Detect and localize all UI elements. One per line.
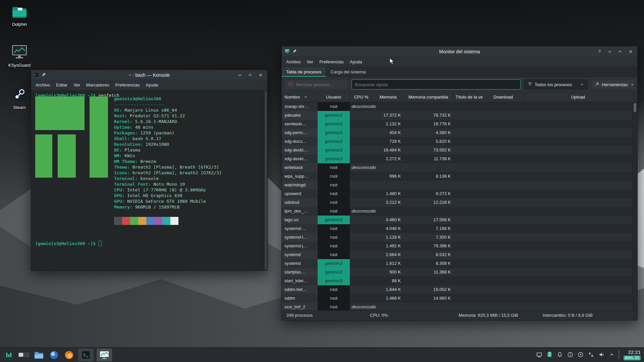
process-row[interactable]: systemd-l… root 1.128 K 7.300 K <box>282 233 633 242</box>
notifications-bell-icon[interactable] <box>557 352 563 358</box>
process-table-scrollbar[interactable] <box>632 102 637 310</box>
process-row[interactable]: xdg-deskt… geminis3 2.272 K 11.736 K <box>282 155 633 163</box>
application-launcher-button[interactable] <box>3 349 15 361</box>
network-icon[interactable] <box>588 352 594 358</box>
pin-icon[interactable] <box>292 49 297 54</box>
column-header[interactable]: Memoria compartida <box>404 92 453 102</box>
column-header[interactable]: Download <box>483 92 524 102</box>
sysmon-menu-item[interactable]: Ver <box>304 57 316 67</box>
process-row[interactable]: systemd-j… root 1.492 K 79.396 K <box>282 242 633 250</box>
sysmon-menu-item[interactable]: Ayuda <box>347 57 365 67</box>
process-row[interactable]: wpa_supp… root 996 K 8.136 K <box>282 172 633 181</box>
minimize-icon[interactable] <box>237 72 243 78</box>
neofetch-line: Resolution: 644x362 <box>114 141 222 147</box>
neofetch-line: Packages: 1259 (pacman) <box>114 130 222 136</box>
desktop-icon-dolphin[interactable]: Dolphin <box>5 5 34 27</box>
process-window-title <box>453 102 483 111</box>
konsole-menu-item[interactable]: Marcadores <box>83 80 112 90</box>
process-row[interactable]: udisksd root 3.212 K 12.216 K <box>282 198 633 207</box>
konsole-task-button[interactable] <box>78 349 94 361</box>
process-user: geminis3 <box>318 216 350 224</box>
column-header[interactable]: Upload <box>524 92 633 102</box>
process-shared-memory <box>404 181 453 189</box>
kill-process-button[interactable]: Terminar proceso... <box>284 79 348 89</box>
process-row[interactable]: xdg-deskt… geminis3 16.484 K 73.592 K <box>282 146 633 155</box>
keyboard-indicator-icon[interactable] <box>578 352 584 358</box>
process-row[interactable]: xdg-perm… geminis3 404 K 4.380 K <box>282 128 633 137</box>
close-icon[interactable] <box>258 72 263 78</box>
process-window-title <box>453 268 483 277</box>
process-user: geminis3 <box>318 277 350 285</box>
process-row[interactable]: start_kdei… geminis3 88 K <box>282 277 633 285</box>
process-download <box>483 268 524 277</box>
konsole-menu-item[interactable]: Ver <box>70 80 83 90</box>
chevron-down-icon <box>630 82 634 86</box>
konsole-menu-item[interactable]: Ayuda <box>143 80 161 90</box>
maximize-icon[interactable] <box>248 72 253 78</box>
column-header[interactable]: Título de la ventana <box>453 92 483 102</box>
konsole-menu-item[interactable]: Preferencias <box>112 80 143 90</box>
process-row[interactable]: systemd-… root 4.048 K 7.188 K <box>282 224 633 233</box>
display-settings-icon[interactable] <box>536 352 542 358</box>
close-icon[interactable] <box>628 49 633 54</box>
process-window-title <box>453 181 483 189</box>
sysmon-menu-item[interactable]: Preferencias <box>316 57 347 67</box>
konsole-menu-item[interactable]: Archivo <box>33 80 53 90</box>
digital-clock[interactable]: 22:21 dom. 21 <box>624 349 641 360</box>
ksysguard-monitor-icon <box>11 44 28 61</box>
process-row[interactable]: startplas… geminis3 900 K 11.368 K <box>282 268 633 277</box>
process-download <box>483 303 524 310</box>
process-upload <box>524 120 633 128</box>
process-row[interactable]: upowerd root 1.480 K 8.272 K <box>282 189 633 198</box>
process-row[interactable]: scsi_tmf_2 root desconocido <box>282 303 633 310</box>
help-icon[interactable]: ? <box>597 49 602 54</box>
process-row[interactable]: systemd geminis3 1.812 K 8.308 K <box>282 259 633 268</box>
process-user: root <box>318 207 350 216</box>
column-header[interactable]: Nombre <box>282 92 318 102</box>
search-input[interactable] <box>352 79 521 89</box>
firefox-icon[interactable] <box>63 349 75 361</box>
column-header[interactable]: CPU % <box>350 92 373 102</box>
sysmon-tab[interactable]: Carga del sistema <box>326 67 371 77</box>
terminal-area[interactable]: [geminis3@Helios300 ~]$neofetch geminis3… <box>31 90 267 270</box>
tray-expander-icon[interactable] <box>609 352 614 357</box>
process-row[interactable]: systemd root 2.864 K 8.532 K <box>282 250 633 259</box>
tools-button[interactable]: Herramientas <box>591 79 635 89</box>
column-header[interactable]: Usuario <box>318 92 350 102</box>
ksysguard-task-button[interactable] <box>97 349 112 361</box>
process-row[interactable]: tags.so geminis3 3.460 K 17.556 K <box>282 216 633 224</box>
sysmon-tab[interactable]: Tabla de procesos <box>282 67 326 77</box>
sysmon-menu-item[interactable]: Archivo <box>283 57 304 67</box>
clipboard-icon[interactable] <box>547 352 552 358</box>
process-upload <box>524 294 633 303</box>
pin-icon[interactable] <box>42 72 46 78</box>
process-row[interactable]: xdg-docu… geminis3 728 K 5.820 K <box>282 137 633 146</box>
desktop-icon-ksysguard[interactable]: KSysGuard <box>5 44 34 68</box>
process-upload <box>524 250 633 259</box>
maximize-icon[interactable] <box>618 49 623 54</box>
sysmon-titlebar[interactable]: Monitor del sistema ? <box>282 46 637 57</box>
virtual-desktop-pager[interactable] <box>18 349 30 361</box>
terminal-scrollbar[interactable] <box>264 90 267 270</box>
process-row[interactable]: tpm_dev_… root desconocido <box>282 207 633 216</box>
minimize-icon[interactable] <box>607 49 612 54</box>
process-row[interactable]: yakuake geminis3 17.372 K 78.732 K <box>282 111 633 120</box>
dolphin-taskbar-icon[interactable] <box>33 349 45 361</box>
process-row[interactable]: sddm-hel… root 1.644 K 15.052 K <box>282 285 633 294</box>
process-row[interactable]: sddm root 1.468 K 14.960 K <box>282 294 633 303</box>
konsole-menu-item[interactable]: Editar <box>53 80 70 90</box>
process-row[interactable]: zswap-shr… root desconocido <box>282 102 633 111</box>
process-download <box>483 259 524 268</box>
info-icon[interactable] <box>567 352 573 358</box>
process-row[interactable]: watchdogd root <box>282 181 633 189</box>
process-filter-dropdown[interactable]: Todos los procesos <box>524 79 588 89</box>
desktop-icon-steam[interactable]: Steam <box>5 86 34 110</box>
konsole-titlebar[interactable]: ~ : bash — Konsole <box>31 70 267 80</box>
process-row[interactable]: writeback root desconocido <box>282 163 633 172</box>
column-header[interactable]: Memoria <box>373 92 404 102</box>
scrollbar-thumb[interactable] <box>634 103 636 112</box>
volume-icon[interactable] <box>598 352 605 358</box>
process-row[interactable]: xembeds… geminis3 2.132 K 19.776 K <box>282 120 633 128</box>
web-browser-icon[interactable] <box>48 349 60 361</box>
status-memory: Memoria: 620,3 MiB / 15,5 GiB <box>459 311 518 320</box>
